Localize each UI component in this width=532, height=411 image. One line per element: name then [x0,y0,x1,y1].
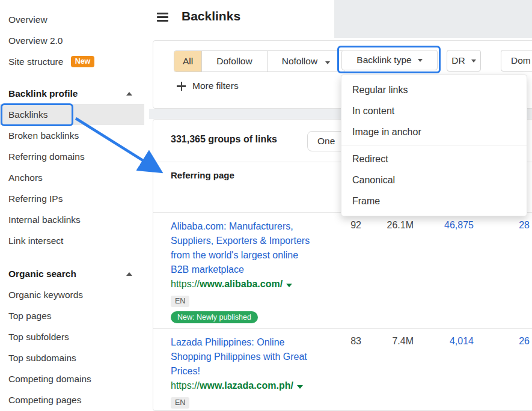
sidebar-item-label: Top subfolders [8,332,69,342]
sidebar-item-label: Link intersect [8,236,63,246]
filter-nofollow-label: Nofollow [282,56,317,66]
dropdown-item-image-in-anchor[interactable]: Image in anchor [341,121,527,142]
divider [153,328,532,329]
sidebar-item-top-subdomains[interactable]: Top subdomains [0,347,144,368]
dr-label: DR [451,55,465,66]
traffic-value: 26.1M [371,220,414,231]
dropdown-divider [341,145,527,145]
filter-nofollow-button[interactable]: Nofollow [268,51,345,72]
sidebar-item-internal-backlinks[interactable]: Internal backlinks [0,209,144,230]
filter-dofollow-button[interactable]: Dofollow [202,51,267,72]
plus-icon [177,82,186,91]
sidebar-item-backlinks[interactable]: Backlinks [0,104,144,125]
dropdown-item-canonical[interactable]: Canonical [341,169,527,190]
sidebar-item-link-intersect[interactable]: Link intersect [0,230,144,251]
sidebar-item-overview-2[interactable]: Overview 2.0 [0,30,144,51]
more-filters-button[interactable]: More filters [177,79,239,93]
follow-segmented-control: All Dofollow Nofollow [174,50,345,72]
sidebar-item-label: Referring IPs [8,193,63,204]
sidebar-item-referring-domains[interactable]: Referring domains [0,146,144,167]
dr-value: 83 [319,336,361,347]
sidebar-section-label: Backlink profile [8,88,78,99]
sidebar-item-label: Anchors [8,172,43,183]
sidebar-nav: Overview Overview 2.0 Site structure New… [0,9,149,410]
sidebar-item-referring-ips[interactable]: Referring IPs [0,188,144,209]
dropdown-item-regular-links[interactable]: Regular links [341,79,527,100]
menu-icon[interactable] [157,13,168,23]
chevron-down-icon [418,59,423,62]
sidebar-item-broken-backlinks[interactable]: Broken backlinks [0,125,144,146]
sidebar-item-label: Referring domains [8,151,85,162]
sidebar-item-top-pages[interactable]: Top pages [0,305,144,326]
sidebar-item-label: Organic keywords [8,290,83,300]
sidebar-item-label: Overview [8,14,47,25]
more-filters-label: More filters [192,81,239,91]
secondary-count-link[interactable]: 28 [494,220,530,231]
sidebar-item-anchors[interactable]: Anchors [0,167,144,188]
url-domain: www.alibaba.com/ [200,279,283,289]
sidebar-section-label: Organic search [8,269,76,279]
table-row: Lazada Philippines: Online Shopping Phil… [171,335,319,409]
url-prefix: https:// [171,279,200,289]
chevron-down-icon[interactable] [286,284,292,287]
filter-all-button[interactable]: All [174,51,202,72]
domain-label: Dom [511,55,531,66]
referring-page-title-link[interactable]: Alibaba.com: Manufacturers, Suppliers, E… [171,219,319,277]
links-count-link[interactable]: 46,875 [426,220,474,231]
referring-page-url-link[interactable]: https://www.alibaba.com/ [171,277,319,291]
secondary-count-link[interactable]: 26 [494,336,530,347]
sidebar-item-label: Top pages [8,311,52,321]
chevron-down-icon[interactable] [297,385,303,389]
dropdown-item-redirect[interactable]: Redirect [341,148,527,169]
table-row: Alibaba.com: Manufacturers, Suppliers, E… [171,219,319,323]
domain-filter-button[interactable]: Dom [501,50,532,72]
dr-filter-button[interactable]: DR [447,50,481,72]
backlink-type-label: Backlink type [356,55,411,65]
newly-published-badge: New: Newly published [171,311,258,323]
sidebar-section-backlink-profile[interactable]: Backlink profile [0,83,144,104]
sidebar-item-competing-domains[interactable]: Competing domains [0,368,144,389]
new-badge: New [71,56,95,67]
chevron-down-icon [471,59,476,62]
sidebar-item-overview[interactable]: Overview [0,9,144,30]
sidebar-item-label: Competing pages [8,395,82,405]
chevron-down-icon [325,61,330,64]
sidebar-item-label: Broken backlinks [8,130,79,141]
backlink-type-dropdown: Regular links In content Image in anchor… [341,75,527,216]
url-prefix: https:// [171,380,200,391]
sidebar-item-label: Backlinks [8,109,47,120]
sidebar-section-organic-search[interactable]: Organic search [0,263,144,284]
dr-value: 92 [319,220,361,231]
dropdown-list: Regular links In content Image in anchor [341,79,527,142]
dropdown-list: Redirect Canonical Frame [341,148,527,212]
sidebar: Overview Overview 2.0 Site structure New… [0,0,149,411]
dropdown-item-frame[interactable]: Frame [341,190,527,212]
results-summary: 331,365 groups of links [171,132,277,147]
sidebar-item-top-subfolders[interactable]: Top subfolders [0,326,144,347]
sidebar-item-label: Internal backlinks [8,215,81,225]
backlink-type-filter-button[interactable]: Backlink type [341,50,438,70]
language-badge: EN [171,296,189,307]
url-domain: www.lazada.com.ph/ [200,380,293,391]
dropdown-item-in-content[interactable]: In content [341,100,527,121]
sidebar-item-competing-pages[interactable]: Competing pages [0,389,144,410]
chevron-up-icon [126,92,132,96]
referring-page-url-link[interactable]: https://www.lazada.com.ph/ [171,379,319,393]
sidebar-item-organic-keywords[interactable]: Organic keywords [0,284,144,305]
chevron-up-icon [126,272,132,276]
sidebar-item-label: Site structure [8,56,63,67]
page-background-band [334,0,532,38]
language-badge: EN [171,397,189,409]
column-header-referring-page[interactable]: Referring page [171,170,234,180]
sidebar-item-label: Overview 2.0 [8,35,63,46]
sidebar-item-site-structure[interactable]: Site structure New [0,51,144,72]
referring-page-title-link[interactable]: Lazada Philippines: Online Shopping Phil… [171,335,319,379]
sidebar-item-label: Top subdomains [8,353,76,363]
links-count-link[interactable]: 4,014 [426,336,474,347]
sidebar-item-label: Competing domains [8,374,91,384]
traffic-value: 7.4M [371,336,414,347]
page-title: Backlinks [182,9,240,23]
